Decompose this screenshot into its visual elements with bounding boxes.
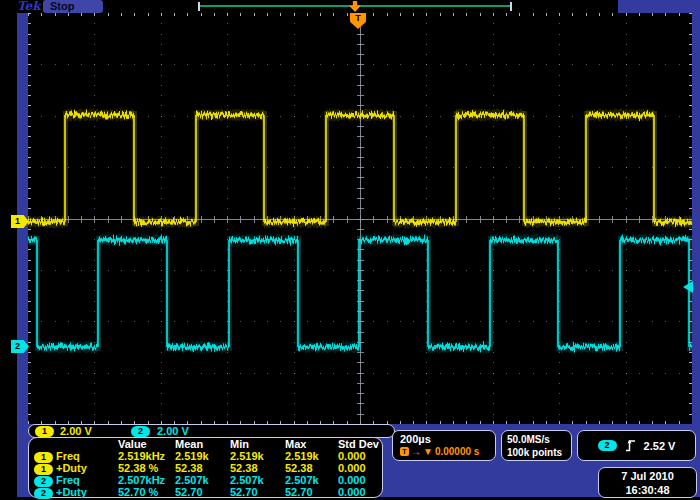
meas-value: 52.70 % [118, 486, 175, 499]
meas-mean: 52.70 [175, 486, 230, 499]
col-max: Max [285, 438, 338, 450]
channel-scale-bar: 1 2.00 V 2 2.00 V [28, 424, 395, 438]
time-label: 16:30:48 [599, 483, 696, 497]
col-value: Value [118, 438, 175, 450]
expansion-point-icon: ▼ [423, 446, 433, 457]
record-length: 100k points [507, 446, 571, 459]
meas-min: 52.70 [230, 486, 285, 499]
ch2-scale: 2.00 V [157, 425, 189, 437]
date-label: 7 Jul 2010 [599, 469, 696, 483]
table-row: 2 Freq 2.507kHz 2.507k 2.507k 2.507k 0.0… [29, 474, 382, 486]
trigger-delay-icon: T [400, 447, 409, 456]
measurement-table: Value Mean Min Max Std Dev 1 Freq 2.519k… [28, 437, 383, 498]
rising-edge-icon [625, 439, 636, 452]
tek-logo: Tek [17, 0, 41, 13]
record-view-left-bracket [198, 2, 200, 11]
trigger-delay-value: 0.00000 s [435, 446, 480, 457]
ch2-badge: 2 [34, 488, 53, 499]
ch2-badge: 2 [131, 426, 150, 437]
oscilloscope-screen: Tek Stop 1 2 T 1 2.00 V 2 2.00 V Value M… [0, 0, 700, 500]
waveform-display [28, 13, 692, 424]
trigger-source-badge: 2 [598, 440, 617, 451]
record-trigger-position-icon [349, 1, 361, 12]
meas-max: 52.70 [285, 486, 338, 499]
col-mean: Mean [175, 438, 230, 450]
table-row: 1 +Duty 52.38 % 52.38 52.38 52.38 0.000 [29, 462, 382, 474]
timebase-readout: 200µs T→▼ 0.00000 s [392, 430, 496, 461]
acquisition-status: Stop [43, 0, 103, 13]
col-stddev: Std Dev [338, 438, 382, 450]
table-row: 1 Freq 2.519kHz 2.519k 2.519k 2.519k 0.0… [29, 450, 382, 462]
col-min: Min [230, 438, 285, 450]
arrow-icon: → [411, 446, 421, 457]
meas-stddev: 0.000 [338, 486, 382, 499]
record-view-bar [103, 1, 618, 12]
table-row: 2 +Duty 52.70 % 52.70 52.70 52.70 0.000 [29, 486, 382, 498]
ch1-scale: 2.00 V [60, 425, 92, 437]
meas-name: +Duty [56, 486, 118, 499]
timebase-scale: 200µs [400, 433, 495, 445]
trigger-delay-readout: T→▼ 0.00000 s [400, 446, 495, 457]
trigger-level-value: 2.52 V [644, 440, 676, 452]
sample-rate: 50.0MS/s [507, 433, 571, 446]
datetime-readout: 7 Jul 2010 16:30:48 [598, 467, 697, 498]
trigger-readout: 2 2.52 V [577, 430, 696, 461]
record-view-right-bracket [510, 2, 512, 11]
measurement-header-row: Value Mean Min Max Std Dev [29, 438, 382, 450]
acquisition-readout: 50.0MS/s 100k points [501, 430, 572, 461]
ch1-badge: 1 [35, 426, 54, 437]
